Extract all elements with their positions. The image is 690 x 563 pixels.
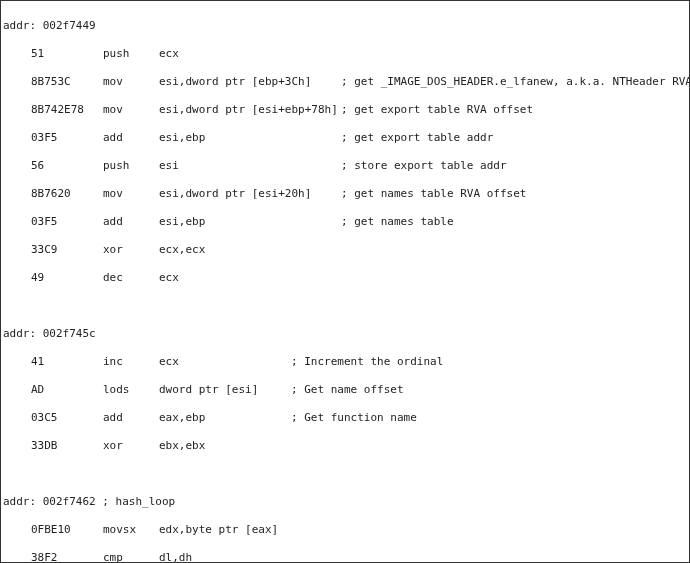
asm-row: 03F5addesi,ebp; get names table [3, 215, 687, 229]
asm-row: 49dececx [3, 271, 687, 285]
asm-row: ADlodsdword ptr [esi]; Get name offset [3, 383, 687, 397]
asm-row: 8B7620movesi,dword ptr [esi+20h]; get na… [3, 187, 687, 201]
asm-row: 41incecx; Increment the ordinal [3, 355, 687, 369]
asm-row: 33C9xorecx,ecx [3, 243, 687, 257]
section-addr: addr: 002f745c [3, 327, 96, 340]
asm-row: 56pushesi; store export table addr [3, 159, 687, 173]
asm-row: 03C5addeax,ebp; Get function name [3, 411, 687, 425]
asm-row: 33DBxorebx,ebx [3, 439, 687, 453]
asm-row: 8B753Cmovesi,dword ptr [ebp+3Ch]; get _I… [3, 75, 687, 89]
section-addr: addr: 002f7462 ; hash_loop [3, 495, 175, 508]
asm-row: 03F5addesi,ebp; get export table addr [3, 131, 687, 145]
asm-row: 51pushecx [3, 47, 687, 61]
asm-row: 38F2cmpdl,dh [3, 551, 687, 563]
disassembly-listing: addr: 002f7449 51pushecx 8B753Cmovesi,dw… [1, 1, 689, 563]
asm-row: 0FBE10movsxedx,byte ptr [eax] [3, 523, 687, 537]
section-addr: addr: 002f7449 [3, 19, 96, 32]
asm-row: 8B742E78movesi,dword ptr [esi+ebp+78h]; … [3, 103, 687, 117]
